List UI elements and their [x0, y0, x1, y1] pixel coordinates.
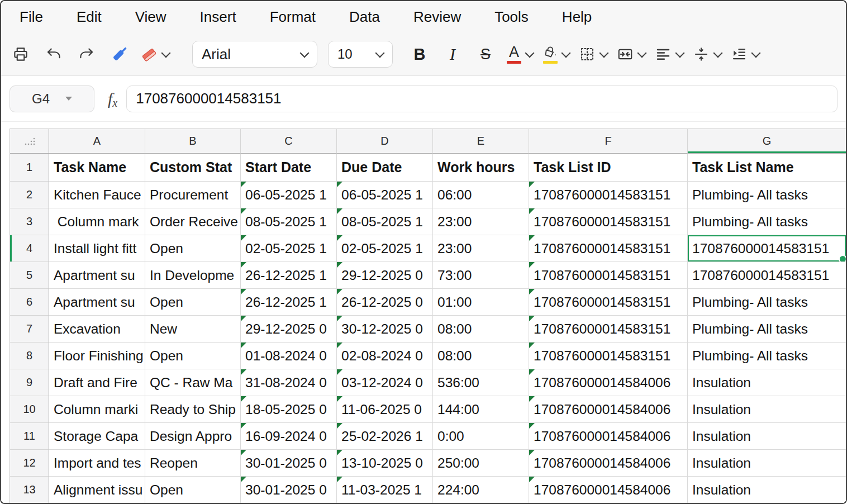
menu-item-data[interactable]: Data [349, 8, 380, 26]
cell-F3[interactable]: 170876000014583151 [529, 208, 688, 235]
column-header-F[interactable]: F [529, 129, 688, 154]
row-header-8[interactable]: 8 [10, 343, 49, 369]
cell-B6[interactable]: Open [145, 289, 241, 316]
cell-C13[interactable]: 30-01-2025 0 [241, 477, 337, 503]
borders-button[interactable] [578, 46, 608, 63]
cell-D4[interactable]: 02-05-2025 1 [337, 235, 433, 262]
cell-A4[interactable]: Install light fitt [49, 235, 145, 262]
row-header-10[interactable]: 10 [10, 396, 49, 423]
row-header-11[interactable]: 11 [10, 423, 49, 450]
menu-item-edit[interactable]: Edit [77, 8, 102, 26]
format-painter-button[interactable] [107, 40, 132, 69]
cell-G4[interactable]: 170876000014583151 [688, 235, 846, 262]
cell-D6[interactable]: 26-12-2025 0 [337, 289, 433, 316]
cell-G13[interactable]: Insulation [688, 477, 846, 503]
cell-B11[interactable]: Design Appro [145, 423, 241, 450]
cell-E5[interactable]: 73:00 [433, 262, 529, 289]
menu-item-help[interactable]: Help [562, 8, 592, 26]
undo-button[interactable] [41, 40, 66, 69]
cell-D13[interactable]: 11-03-2025 1 [337, 477, 433, 503]
strikethrough-button[interactable]: S [473, 40, 498, 69]
cell-G7[interactable]: Plumbing- All tasks [688, 316, 846, 343]
cell-B10[interactable]: Ready to Ship [145, 396, 241, 423]
cell-A1[interactable]: Task Name [49, 154, 145, 182]
menu-item-format[interactable]: Format [270, 8, 316, 26]
eraser-button[interactable] [140, 46, 170, 63]
cell-B8[interactable]: Open [145, 343, 241, 369]
menu-item-review[interactable]: Review [413, 8, 461, 26]
cell-D1[interactable]: Due Date [337, 154, 433, 182]
cell-G10[interactable]: Insulation [688, 396, 846, 423]
cell-F5[interactable]: 170876000014583151 [529, 262, 688, 289]
fx-icon[interactable]: f x [108, 91, 117, 107]
cell-E8[interactable]: 08:00 [433, 343, 529, 369]
row-header-3[interactable]: 3 [10, 208, 49, 235]
cell-A12[interactable]: Import and tes [49, 450, 145, 477]
cell-E7[interactable]: 08:00 [433, 316, 529, 343]
cell-G9[interactable]: Insulation [688, 369, 846, 396]
cell-G12[interactable]: Insulation [688, 450, 846, 477]
cell-A11[interactable]: Storage Capa [49, 423, 145, 450]
menu-item-view[interactable]: View [135, 8, 166, 26]
cell-C10[interactable]: 18-05-2025 0 [241, 396, 337, 423]
cell-F2[interactable]: 170876000014583151 [529, 182, 688, 208]
menu-item-tools[interactable]: Tools [494, 8, 529, 26]
cell-C6[interactable]: 26-12-2025 1 [241, 289, 337, 316]
cell-E4[interactable]: 23:00 [433, 235, 529, 262]
cell-C1[interactable]: Start Date [241, 154, 337, 182]
cell-E2[interactable]: 06:00 [433, 182, 529, 208]
row-header-13[interactable]: 13 [10, 477, 49, 503]
cell-G8[interactable]: Plumbing- All tasks [688, 343, 846, 369]
cell-F10[interactable]: 170876000014584006 [529, 396, 688, 423]
cell-F4[interactable]: 170876000014583151 [529, 235, 688, 262]
row-header-6[interactable]: 6 [10, 289, 49, 316]
cell-G1[interactable]: Task List Name [688, 154, 846, 182]
cell-F8[interactable]: 170876000014583151 [529, 343, 688, 369]
select-all-corner[interactable] [10, 129, 49, 154]
column-header-E[interactable]: E [433, 129, 529, 154]
cell-G2[interactable]: Plumbing- All tasks [688, 182, 846, 208]
column-header-A[interactable]: A [49, 129, 145, 154]
cell-B7[interactable]: New [145, 316, 241, 343]
menu-item-file[interactable]: File [20, 8, 43, 26]
cell-B4[interactable]: Open [145, 235, 241, 262]
cell-A7[interactable]: Excavation [49, 316, 145, 343]
cell-D7[interactable]: 30-12-2025 0 [337, 316, 433, 343]
cell-D3[interactable]: 08-05-2025 1 [337, 208, 433, 235]
cell-C7[interactable]: 29-12-2025 0 [241, 316, 337, 343]
row-header-7[interactable]: 7 [10, 316, 49, 343]
cell-C3[interactable]: 08-05-2025 1 [241, 208, 337, 235]
cell-G11[interactable]: Insulation [688, 423, 846, 450]
cell-D9[interactable]: 03-12-2024 0 [337, 369, 433, 396]
cell-F6[interactable]: 170876000014583151 [529, 289, 688, 316]
cell-E11[interactable]: 0:00 [433, 423, 529, 450]
cell-B9[interactable]: QC - Raw Ma [145, 369, 241, 396]
fill-handle[interactable] [839, 255, 846, 262]
formula-input[interactable]: 170876000014583151 [126, 85, 838, 112]
column-header-B[interactable]: B [145, 129, 241, 154]
column-header-C[interactable]: C [241, 129, 337, 154]
cell-E13[interactable]: 224:00 [433, 477, 529, 503]
cell-F13[interactable]: 170876000014584006 [529, 477, 688, 503]
row-header-9[interactable]: 9 [10, 369, 49, 396]
cell-E1[interactable]: Work hours [433, 154, 529, 182]
vertical-align-button[interactable] [692, 46, 722, 63]
cell-C12[interactable]: 30-01-2025 0 [241, 450, 337, 477]
font-family-select[interactable]: Arial [192, 41, 317, 68]
italic-button[interactable]: I [440, 40, 465, 69]
cell-B1[interactable]: Custom Stat [145, 154, 241, 182]
bold-button[interactable]: B [407, 40, 432, 69]
cell-C4[interactable]: 02-05-2025 1 [241, 235, 337, 262]
cell-C8[interactable]: 01-08-2024 0 [241, 343, 337, 369]
print-button[interactable] [8, 40, 34, 69]
cell-B3[interactable]: Order Receive [145, 208, 241, 235]
column-header-D[interactable]: D [337, 129, 433, 154]
redo-button[interactable] [74, 40, 99, 69]
cell-A3[interactable]: Column mark [49, 208, 145, 235]
merge-cells-button[interactable] [616, 46, 646, 63]
font-size-select[interactable]: 10 [328, 41, 393, 68]
row-header-1[interactable]: 1 [10, 154, 49, 182]
cell-E6[interactable]: 01:00 [433, 289, 529, 316]
indent-button[interactable] [730, 46, 760, 63]
row-header-5[interactable]: 5 [10, 262, 49, 289]
